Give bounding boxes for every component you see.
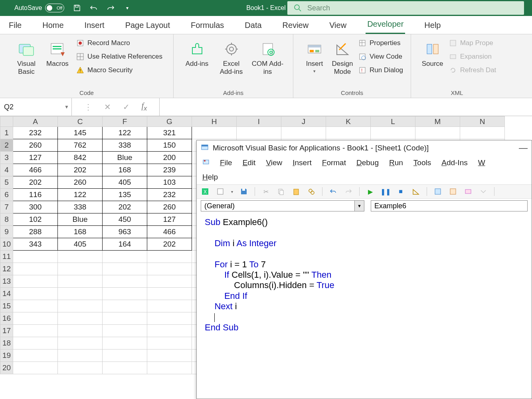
formula-input[interactable] [160,98,532,116]
cell[interactable] [58,337,103,350]
vba-menu-view[interactable]: View [266,158,282,167]
vba-menu-help[interactable]: Help [202,173,218,182]
autosave-switch[interactable]: Off [45,4,64,12]
column-header-L[interactable]: L [371,117,415,127]
row-header-2[interactable]: 2 [0,139,13,152]
cell[interactable] [237,127,281,139]
cell[interactable] [13,263,58,275]
name-box[interactable]: Q2▼ [0,98,72,116]
column-header-G[interactable]: G [147,117,192,127]
row-header-20[interactable]: 20 [0,362,13,374]
cell[interactable]: 842 [58,152,103,164]
cell[interactable]: 135 [103,189,147,201]
cell[interactable] [13,337,58,350]
row-header-8[interactable]: 8 [0,213,13,226]
run-dialog-button[interactable]: !Run Dialog [358,66,403,74]
cell[interactable] [103,350,147,362]
formula-more-icon[interactable]: ⋮ [84,102,92,112]
cell[interactable] [415,127,460,139]
cell[interactable]: 116 [13,189,58,201]
column-header-K[interactable]: K [326,117,371,127]
tab-developer[interactable]: Developer [366,20,405,34]
redo-icon[interactable] [344,187,353,196]
cell[interactable]: 168 [103,164,147,176]
object-combo[interactable]: (General)▼ [201,200,364,211]
use-relative-refs-button[interactable]: Use Relative References [76,53,162,61]
cell[interactable]: 405 [58,238,103,251]
vba-title-bar[interactable]: Microsoft Visual Basic for Applications … [197,140,532,156]
row-header-9[interactable]: 9 [0,226,13,238]
cancel-icon[interactable]: ✕ [104,102,111,112]
tab-data[interactable]: Data [243,21,263,34]
insert-button[interactable]: Insert ▾ [301,37,328,74]
cell[interactable]: 405 [103,176,147,189]
source-button[interactable]: Source [418,37,447,68]
vba-menu-insert[interactable]: Insert [293,158,312,167]
design-mode-button[interactable]: Design Mode [328,37,357,76]
cell[interactable] [58,325,103,337]
cell[interactable]: 288 [13,226,58,238]
cell[interactable] [58,362,103,374]
column-header-F[interactable]: F [103,117,147,127]
cell[interactable]: 260 [147,201,192,213]
vba-sys-icon[interactable] [202,158,210,168]
cell[interactable] [103,325,147,337]
cell[interactable]: 168 [58,226,103,238]
cell[interactable]: 202 [103,201,147,213]
cell[interactable] [58,350,103,362]
cell[interactable] [326,127,371,139]
object-browser-icon[interactable] [464,187,473,196]
insert-module-icon[interactable] [216,187,225,196]
save-icon[interactable] [239,187,248,196]
column-header-I[interactable]: I [237,117,281,127]
cell[interactable] [58,300,103,312]
minimize-icon[interactable]: — [519,143,528,153]
cell[interactable]: 260 [13,139,58,152]
cell[interactable]: 122 [103,127,147,139]
reset-icon[interactable]: ■ [396,187,405,196]
undo-icon[interactable] [89,3,99,13]
cell[interactable] [147,350,192,362]
project-explorer-icon[interactable] [433,187,442,196]
cell[interactable] [58,275,103,288]
cell[interactable] [13,251,58,263]
cell[interactable]: 300 [13,201,58,213]
cell[interactable]: Blue [58,213,103,226]
cell[interactable]: 202 [147,238,192,251]
cell[interactable]: 232 [147,189,192,201]
row-header-10[interactable]: 10 [0,238,13,251]
cell[interactable] [58,288,103,300]
properties-button[interactable]: Properties [358,39,403,47]
cell[interactable]: 260 [58,176,103,189]
cell[interactable] [103,275,147,288]
cell[interactable] [460,127,505,139]
cell[interactable] [13,288,58,300]
cell[interactable]: 127 [147,213,192,226]
cell[interactable] [192,127,237,139]
vba-menu-w[interactable]: W [478,158,485,167]
row-header-1[interactable]: 1 [0,127,13,139]
column-header-A[interactable]: A [13,117,58,127]
cell[interactable]: 239 [147,164,192,176]
cell[interactable] [58,263,103,275]
cell[interactable] [147,251,192,263]
cell[interactable]: 122 [58,189,103,201]
cell[interactable]: 338 [58,201,103,213]
row-header-18[interactable]: 18 [0,337,13,350]
cell[interactable] [147,337,192,350]
save-icon[interactable] [72,3,82,13]
cell[interactable]: 762 [58,139,103,152]
column-header-N[interactable]: N [460,117,505,127]
select-all-corner[interactable] [0,117,13,127]
tab-review[interactable]: Review [281,21,310,34]
code-pane[interactable]: Sub Example6() Dim i As Integer For i = … [197,213,532,337]
cell[interactable]: 232 [13,127,58,139]
row-header-19[interactable]: 19 [0,350,13,362]
cell[interactable] [58,251,103,263]
tab-help[interactable]: Help [423,21,442,34]
cell[interactable] [13,300,58,312]
cell[interactable] [103,312,147,325]
cell[interactable]: 202 [58,164,103,176]
row-header-12[interactable]: 12 [0,263,13,275]
design-icon[interactable] [411,187,420,196]
